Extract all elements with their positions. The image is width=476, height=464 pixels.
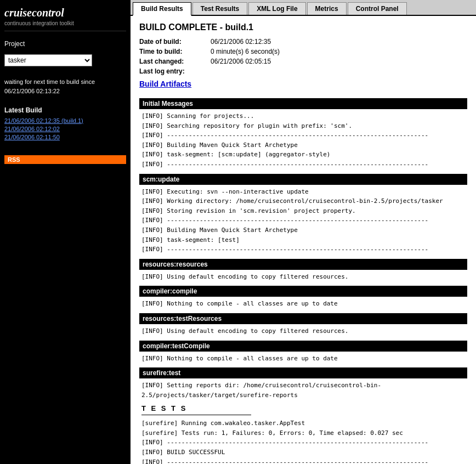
rss-button[interactable]: RSS (4, 155, 126, 164)
log-block: [INFO] Nothing to compile - all classes … (139, 353, 467, 365)
tab-control-panel[interactable]: Control Panel (348, 2, 407, 15)
log-block: [INFO] Nothing to compile - all classes … (139, 298, 467, 310)
tests-divider (141, 415, 251, 415)
log-block: [INFO] Executing: svn --non-interactive … (139, 186, 467, 256)
tab-xml-log-file[interactable]: XML Log File (248, 2, 305, 15)
tab-build-results[interactable]: Build Results (133, 2, 191, 16)
main-panel: Build Results Test Results XML Log File … (131, 0, 476, 464)
tests-log-block: [surefire] Running com.wakaleo.tasker.Ap… (139, 417, 467, 464)
latest-build-section: Latest Build 21/06/2006 02:12:35 (build.… (4, 106, 126, 142)
log-block: [INFO] Setting reports dir: /home/cruise… (139, 380, 467, 401)
log-sections: Initial Messages[INFO] Scanning for proj… (139, 98, 467, 401)
tab-metrics[interactable]: Metrics (307, 2, 347, 15)
logo-subtitle: continuous integration toolkit (4, 20, 126, 26)
date-label: Date of build: (139, 38, 211, 46)
latest-build-title: Latest Build (4, 106, 126, 114)
latest-build-link-1[interactable]: 21/06/2006 02:12:35 (build.1) (4, 117, 126, 124)
project-select[interactable]: tasker (4, 54, 92, 66)
logo-area: cruisecontrol continuous integration too… (4, 4, 126, 31)
content-area: BUILD COMPLETE - build.1 Date of build: … (131, 16, 476, 464)
latest-build-link-2[interactable]: 21/06/2006 02:12:02 (4, 126, 126, 132)
build-title: BUILD COMPLETE - build.1 (139, 22, 467, 32)
logo-title: cruisecontrol (4, 7, 126, 19)
last-log-label: Last log entry: (139, 67, 211, 75)
build-time-row: Time to build: 0 minute(s) 6 second(s) (139, 48, 467, 55)
build-artifacts-link[interactable]: Build Artifacts (139, 80, 191, 88)
section-header-surefire-test: surefire:test (139, 367, 467, 378)
build-date-row: Date of build: 06/21/2006 02:12:35 (139, 38, 467, 46)
section-header-scm-update: scm:update (139, 174, 467, 185)
section-header-compiler-testcompile: compiler:testCompile (139, 341, 467, 352)
project-label: Project (4, 40, 126, 48)
last-changed-label: Last changed: (139, 58, 211, 65)
tab-test-results[interactable]: Test Results (192, 2, 247, 15)
sidebar: cruisecontrol continuous integration too… (0, 0, 131, 464)
log-block: [INFO] Scanning for projects... [INFO] S… (139, 110, 467, 171)
section-header-resources-testresources: resources:testResources (139, 313, 467, 324)
date-value: 06/21/2006 02:12:35 (211, 38, 271, 46)
tests-label: T E S T S (141, 404, 467, 412)
last-changed-value: 06/21/2006 02:05:15 (211, 58, 271, 65)
tab-bar: Build Results Test Results XML Log File … (131, 0, 476, 16)
tests-lines: [surefire] Running com.wakaleo.tasker.Ap… (139, 417, 467, 464)
last-log-row: Last log entry: (139, 67, 467, 75)
time-label: Time to build: (139, 48, 211, 55)
section-header-resources-resources: resources:resources (139, 259, 467, 270)
time-value: 0 minute(s) 6 second(s) (211, 48, 280, 55)
log-block: [INFO] Using default encoding to copy fi… (139, 325, 467, 337)
section-header-compiler-compile: compiler:compile (139, 286, 467, 297)
build-meta-table: Date of build: 06/21/2006 02:12:35 Time … (139, 38, 467, 75)
latest-build-link-3[interactable]: 21/06/2006 02:11:50 (4, 134, 126, 140)
waiting-text: waiting for next time to build since 06/… (4, 77, 126, 95)
log-block: [INFO] Using default encoding to copy fi… (139, 271, 467, 283)
section-header-initial-messages: Initial Messages (139, 98, 467, 109)
last-changed-row: Last changed: 06/21/2006 02:05:15 (139, 58, 467, 65)
